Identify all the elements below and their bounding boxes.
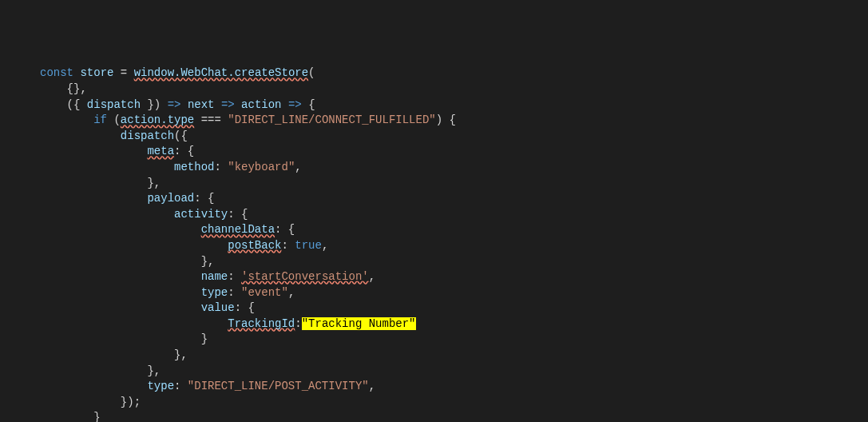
var-action: action (241, 98, 281, 111)
comma: , (288, 286, 295, 299)
colon-brace: : { (275, 223, 295, 236)
var-next: next (188, 98, 215, 111)
keyword-if: if (93, 113, 107, 126)
member-expr: window.WebChat.createStore (134, 66, 308, 79)
colon: : (228, 286, 241, 299)
close-brace-comma: }, (147, 177, 161, 189)
open-obj: ({ (174, 129, 188, 142)
comma: , (295, 161, 301, 173)
prop-activity: activity (174, 208, 228, 221)
keyword-const: const (40, 66, 73, 79)
colon: : (174, 380, 188, 392)
arrow: => (168, 98, 181, 111)
close-brace-comma: }, (174, 348, 188, 361)
var-store: store (80, 66, 113, 79)
prop-meta: meta (147, 145, 174, 157)
comma: , (369, 380, 375, 392)
colon-brace: : { (235, 301, 255, 314)
string-post: "DIRECT_LINE/POST_ACTIVITY" (188, 380, 369, 392)
prop-postback: postBack (228, 239, 281, 252)
prop-channeldata: channelData (201, 223, 275, 236)
action-type: action.type (121, 113, 194, 126)
colon: : (281, 239, 295, 252)
arrow: => (288, 98, 302, 111)
empty-object: {}, (67, 82, 87, 95)
close-brace: } (93, 411, 100, 422)
dispatch-call: dispatch (121, 129, 174, 142)
triple-eq: === (194, 113, 228, 126)
arrow: => (221, 98, 235, 111)
prop-type: type (201, 286, 228, 299)
colon-brace: : { (174, 145, 194, 157)
colon-brace: : { (228, 208, 248, 221)
close-brace-comma: }, (201, 255, 215, 268)
comma: , (369, 270, 375, 283)
open-brace: { (308, 98, 315, 111)
string-keyboard: "keyboard" (228, 161, 295, 173)
prop-payload: payload (147, 192, 194, 205)
colon: : (214, 161, 228, 173)
close-brace-comma: }, (147, 364, 161, 377)
bool-true: true (295, 239, 322, 252)
string-event: "event" (241, 286, 288, 299)
var-dispatch: dispatch (87, 98, 141, 111)
comma: , (322, 239, 328, 252)
open-paren: ( (308, 66, 315, 79)
prop-type: type (147, 380, 174, 392)
prop-method: method (174, 161, 214, 173)
equals: = (113, 66, 133, 79)
colon: : (228, 270, 241, 283)
highlighted-string: "Tracking Number" (302, 317, 416, 330)
prop-value: value (201, 301, 235, 314)
string-connect: "DIRECT_LINE/CONNECT_FULFILLED" (228, 113, 435, 126)
destructure-open: ({ (67, 98, 87, 111)
colon: : (295, 317, 301, 330)
close-brace: } (201, 332, 208, 345)
prop-trackingid: TrackingId (228, 317, 295, 330)
string-start: 'startConversation' (241, 270, 369, 283)
close-paren-brace: ) { (436, 113, 456, 126)
code-editor[interactable]: const store = window.WebChat.createStore… (40, 66, 868, 422)
destructure-close: }) (141, 98, 168, 111)
close-obj: }); (121, 396, 141, 408)
prop-name: name (201, 270, 228, 283)
colon-brace: : { (194, 192, 214, 205)
